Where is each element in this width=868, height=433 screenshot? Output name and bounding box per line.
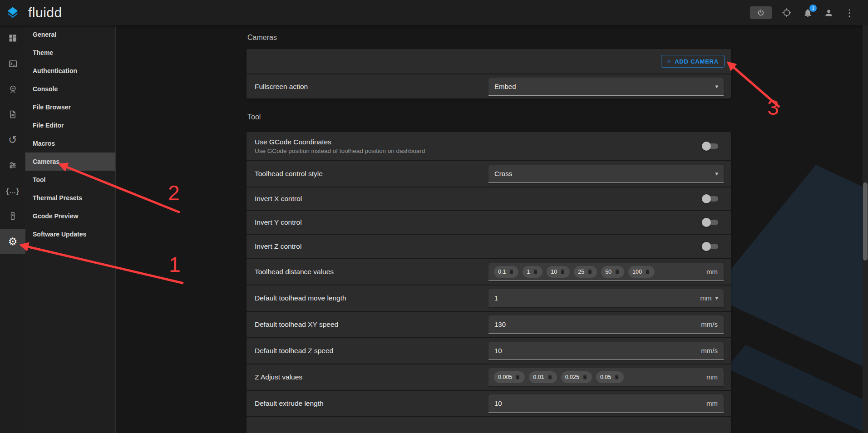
invert-y-toggle[interactable]	[702, 218, 719, 227]
sidebar-item-software-updates[interactable]: Software Updates	[25, 225, 115, 243]
settings-sidebar: General Theme Authentication Console Fil…	[25, 25, 116, 433]
z-adjust-values-field[interactable]: 0.005 0.01 0.025 0.05 mm	[488, 368, 724, 386]
sidebar-item-general[interactable]: General	[25, 25, 115, 44]
default-toolhead-move-length-input[interactable]: 1 mm ▾	[488, 289, 724, 307]
trash-icon[interactable]	[587, 269, 593, 275]
tool-card: Use GCode Coordinates Use GCode position…	[247, 132, 731, 433]
annotation-number-2: 2	[168, 181, 180, 205]
z-adjust-chip[interactable]: 0.005	[494, 371, 525, 383]
notifications-bell-icon[interactable]: 1	[802, 7, 814, 19]
printer-column-icon	[8, 212, 17, 221]
z-adjust-chip[interactable]: 0.01	[529, 371, 557, 383]
row-label: Z Adjust values	[255, 373, 488, 381]
app-bar: fluidd 1 ⋮	[0, 0, 868, 25]
trash-icon[interactable]	[547, 374, 553, 380]
fullscreen-action-select[interactable]: Embed ▾	[488, 78, 724, 96]
sidebar-item-thermal-presets[interactable]: Thermal Presets	[25, 189, 115, 207]
row-label: Invert Z control	[255, 242, 488, 251]
overflow-menu-icon[interactable]: ⋮	[843, 7, 855, 19]
user-icon[interactable]	[823, 7, 834, 19]
sidebar-item-macros[interactable]: Macros	[25, 134, 115, 153]
trash-icon[interactable]	[582, 374, 588, 380]
row-label: Toolhead distance values	[255, 268, 488, 276]
distance-chip[interactable]: 10	[547, 266, 570, 278]
trash-icon[interactable]	[508, 269, 514, 275]
scrollbar-track[interactable]	[863, 25, 868, 433]
sidebar-item-tool[interactable]: Tool	[25, 171, 115, 189]
z-adjust-values-row: Z Adjust values 0.005 0.01 0.025 0.05 mm	[247, 364, 731, 390]
rail-item-system[interactable]	[0, 203, 25, 229]
app-bar-actions: 1 ⋮	[750, 0, 855, 25]
row-label: Default toolhead Z speed	[255, 347, 488, 355]
use-gcode-coordinates-row: Use GCode Coordinates Use GCode position…	[247, 132, 731, 160]
tool-section-title: Tool	[247, 113, 730, 122]
default-toolhead-xy-speed-input[interactable]: 130 mm/s	[488, 315, 724, 334]
invert-x-control-row: Invert X control	[247, 187, 731, 210]
webcam-icon	[8, 84, 18, 94]
cameras-section-title: Cameras	[247, 34, 730, 43]
trash-icon[interactable]	[560, 269, 566, 275]
emergency-stop-button[interactable]	[750, 6, 772, 19]
rail-item-camera[interactable]	[0, 76, 25, 102]
rail-item-console[interactable]	[0, 51, 25, 76]
invert-x-toggle[interactable]	[702, 194, 719, 203]
annotation-number-1: 1	[169, 252, 181, 277]
trash-icon[interactable]	[614, 269, 620, 275]
annotation-number-3: 3	[767, 95, 779, 120]
default-extrude-length-input[interactable]: 10 mm	[488, 394, 724, 413]
history-icon: ↺	[8, 135, 17, 145]
distance-chip[interactable]: 0.1	[494, 266, 518, 278]
distance-chip[interactable]: 100	[628, 266, 655, 278]
distance-chip[interactable]: 25	[574, 266, 597, 278]
default-extrude-length-row: Default extrude length 10 mm	[247, 390, 731, 416]
z-adjust-chip[interactable]: 0.05	[596, 371, 624, 383]
console-icon	[8, 59, 18, 69]
row-sublabel: Use GCode position instead of toolhead p…	[255, 148, 488, 154]
scrollbar-thumb[interactable]	[863, 182, 868, 261]
dashboard-icon	[8, 34, 17, 43]
default-toolhead-z-speed-input[interactable]: 10 mm/s	[488, 342, 724, 360]
fluidd-logo-icon[interactable]	[0, 6, 25, 20]
use-gcode-coordinates-toggle[interactable]	[702, 142, 719, 151]
unit-label: mm	[706, 399, 724, 407]
trash-icon[interactable]	[533, 269, 538, 275]
sidebar-item-file-browser[interactable]: File Browser	[25, 98, 115, 116]
default-toolhead-z-speed-row: Default toolhead Z speed 10 mm/s	[247, 337, 731, 364]
rail-item-dashboard[interactable]	[0, 25, 25, 51]
rail-item-macros[interactable]: {…}	[0, 178, 25, 203]
chevron-down-icon[interactable]: ▾	[715, 295, 718, 301]
sidebar-item-theme[interactable]: Theme	[25, 44, 115, 62]
icon-rail: ↺ {…} ⚙	[0, 25, 25, 433]
default-toolhead-xy-speed-row: Default toolhead XY speed 130 mm/s	[247, 311, 731, 337]
rail-item-jobs[interactable]	[0, 102, 25, 127]
z-adjust-chip[interactable]: 0.025	[561, 371, 592, 383]
rail-item-tune[interactable]	[0, 153, 25, 178]
trash-icon[interactable]	[614, 374, 620, 380]
toolhead-distance-values-field[interactable]: 0.1 1 10 25 50 100 mm	[488, 263, 724, 281]
unit-label: mm/s	[701, 320, 724, 328]
row-label: Default toolhead move length	[255, 294, 488, 302]
sidebar-item-authentication[interactable]: Authentication	[25, 62, 115, 80]
invert-z-toggle[interactable]	[702, 242, 719, 251]
sidebar-item-cameras[interactable]: Cameras	[25, 153, 115, 171]
distance-chip[interactable]: 1	[523, 266, 542, 278]
rail-item-settings[interactable]: ⚙	[0, 229, 25, 254]
sidebar-item-file-editor[interactable]: File Editor	[25, 116, 115, 134]
sidebar-item-console[interactable]: Console	[25, 80, 115, 98]
document-icon	[8, 110, 17, 119]
distance-chip[interactable]: 50	[601, 266, 624, 278]
power-icon	[757, 9, 765, 17]
plus-icon: +	[667, 57, 671, 65]
trash-icon[interactable]	[645, 269, 651, 275]
sidebar-item-gcode-preview[interactable]: Gcode Preview	[25, 207, 115, 225]
rail-item-history[interactable]: ↺	[0, 127, 25, 153]
unit-label: mm	[706, 268, 724, 276]
row-label: Default toolhead XY speed	[255, 320, 488, 329]
add-camera-row: + ADD CAMERA	[247, 49, 731, 74]
add-camera-button[interactable]: + ADD CAMERA	[661, 55, 725, 68]
add-camera-label: ADD CAMERA	[675, 58, 719, 65]
toolhead-control-style-select[interactable]: Cross ▾	[488, 165, 724, 183]
trash-icon[interactable]	[515, 374, 521, 380]
unit-label: mm/s	[701, 347, 724, 354]
host-target-icon[interactable]	[781, 7, 793, 19]
